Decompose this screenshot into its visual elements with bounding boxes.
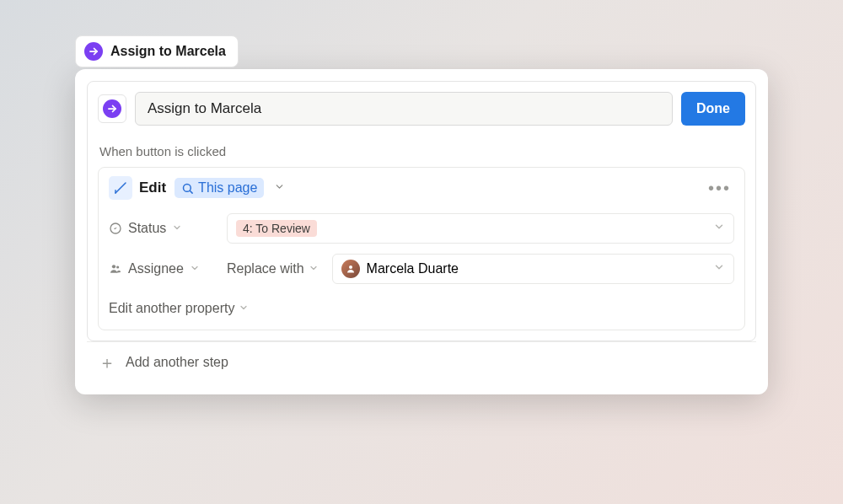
automation-tab-label: Assign to Marcela xyxy=(110,44,226,59)
chevron-down-icon xyxy=(239,301,249,316)
svg-point-3 xyxy=(116,265,119,268)
svg-point-4 xyxy=(349,265,352,269)
step-target-chip[interactable]: This page xyxy=(175,178,264,198)
add-step-button[interactable]: ＋ Add another step xyxy=(87,341,756,383)
arrow-right-icon xyxy=(84,42,103,61)
automation-title-input[interactable] xyxy=(135,92,673,126)
property-row-status: Status 4: To Review xyxy=(99,208,744,249)
assignee-name: Marcela Duarte xyxy=(367,261,459,276)
plus-icon: ＋ xyxy=(99,354,115,371)
step-target-label: This page xyxy=(198,180,257,196)
automation-icon-button[interactable] xyxy=(98,94,126,123)
step-card: Edit This page ••• xyxy=(98,167,745,330)
chevron-down-icon xyxy=(713,261,725,276)
people-icon xyxy=(109,262,122,276)
chevron-down-icon xyxy=(172,221,182,236)
trigger-label: When button is clicked xyxy=(99,144,745,158)
property-label-assignee[interactable]: Assignee xyxy=(109,261,218,276)
property-row-assignee: Assignee Replace with xyxy=(99,249,744,289)
chevron-down-icon xyxy=(713,221,725,236)
editor-container: Done When button is clicked Edit This pa… xyxy=(87,81,756,341)
assignee-operation-select[interactable]: Replace with xyxy=(227,261,324,276)
assignee-value-select[interactable]: Marcela Duarte xyxy=(332,254,734,284)
more-icon[interactable]: ••• xyxy=(705,179,734,198)
edit-icon xyxy=(109,176,132,200)
status-icon xyxy=(109,222,122,235)
step-action-label: Edit xyxy=(139,180,166,196)
status-value-select[interactable]: 4: To Review xyxy=(227,213,734,244)
automation-tab-chip[interactable]: Assign to Marcela xyxy=(75,35,239,67)
avatar xyxy=(341,260,360,278)
done-button[interactable]: Done xyxy=(681,92,745,126)
chevron-down-icon[interactable] xyxy=(274,180,285,196)
chevron-down-icon xyxy=(309,261,319,276)
edit-another-property-button[interactable]: Edit another property xyxy=(99,289,259,330)
chevron-down-icon xyxy=(190,261,200,276)
property-label-status[interactable]: Status xyxy=(109,221,218,236)
arrow-right-icon xyxy=(103,99,121,118)
search-icon xyxy=(181,182,194,195)
svg-point-2 xyxy=(112,265,115,268)
automation-config-panel: Assign to Marcela Done When button is cl… xyxy=(75,69,768,394)
status-tag: 4: To Review xyxy=(236,220,317,237)
